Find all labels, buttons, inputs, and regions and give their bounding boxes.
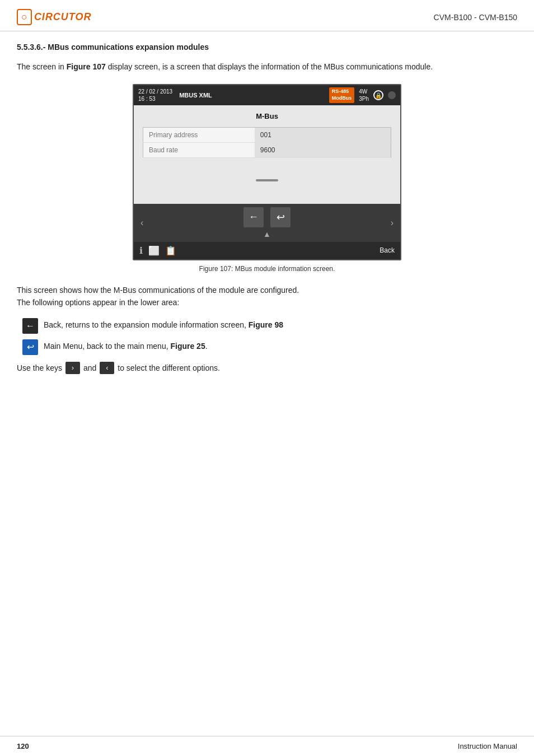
device-screen-wrapper: 22 / 02 / 2013 16 : 53 MBUS XML RS-485 M… (17, 84, 517, 260)
screen-section-title: M-Bus (143, 112, 391, 120)
page-footer: 120 Instruction Manual (0, 736, 534, 756)
label-primary-address: Primary address (143, 127, 255, 142)
nav-up-arrow[interactable]: ▲ (263, 230, 271, 239)
config-icon[interactable]: 📋 (165, 245, 176, 256)
logo-text: CIRCUTOR (34, 11, 92, 23)
nav-center: ← ↩ ▲ (243, 207, 291, 239)
menu-icon-square: ↩ (22, 339, 38, 355)
menu-icon-description: Main Menu, back to the main menu, Figure… (44, 339, 208, 352)
toolbar-back-label[interactable]: Back (380, 246, 395, 254)
screen-main-area: M-Bus Primary address 001 Baud rate 9600 (134, 105, 400, 204)
nav-right-arrow[interactable]: › (391, 218, 394, 228)
screen-data-table: Primary address 001 Baud rate 9600 (143, 127, 391, 158)
table-row: Primary address 001 (143, 127, 391, 142)
section-heading: 5.5.3.6.- MBus communications expansion … (17, 43, 517, 52)
screen-topbar: 22 / 02 / 2013 16 : 53 MBUS XML RS-485 M… (134, 85, 400, 105)
screen-scrollbar-area (143, 164, 391, 197)
screen-date: 22 / 02 / 2013 (138, 88, 172, 95)
lock-icon: 🔒 (373, 90, 383, 100)
main-content: 5.5.3.6.- MBus communications expansion … (0, 31, 534, 385)
screen-time: 16 : 53 (138, 95, 172, 102)
scroll-indicator (256, 179, 278, 181)
page-title: CVM-B100 - CVM-B150 (434, 13, 517, 22)
screen-icon[interactable]: ⬜ (148, 245, 160, 256)
value-baud-rate: 9600 (255, 142, 391, 157)
table-row: Baud rate 9600 (143, 142, 391, 157)
icon-desc-row-menu: ↩ Main Menu, back to the main menu, Figu… (22, 339, 517, 355)
screen-nav-bar: ‹ ← ↩ ▲ › (134, 204, 400, 242)
keys-and: and (83, 363, 96, 372)
info-icon[interactable]: ℹ (139, 245, 143, 256)
logo-icon: ○ (21, 11, 27, 22)
keys-text-suffix: to select the different options. (118, 363, 220, 372)
logo-box: ○ (17, 9, 32, 25)
figure-caption: Figure 107: MBus module information scre… (17, 265, 517, 273)
back-icon-description: Back, returns to the expansion module in… (44, 318, 283, 331)
icon-descriptions: ← Back, returns to the expansion module … (22, 318, 517, 355)
intro-text: The screen in Figure 107 display screen,… (17, 60, 517, 73)
key-right-button[interactable]: › (65, 362, 80, 374)
body-text-1: This screen shows how the M-Bus communic… (17, 284, 517, 309)
device-screen: 22 / 02 / 2013 16 : 53 MBUS XML RS-485 M… (133, 84, 401, 260)
footer-label: Instruction Manual (458, 742, 517, 750)
screen-badge: RS-485 ModBus (329, 87, 355, 102)
logo-area: ○ CIRCUTOR (17, 9, 92, 25)
page-header: ○ CIRCUTOR CVM-B100 - CVM-B150 (0, 0, 534, 31)
footer-page-number: 120 (17, 742, 29, 750)
icon-desc-row-back: ← Back, returns to the expansion module … (22, 318, 517, 334)
screen-mode: MBUS XML (179, 92, 212, 99)
label-baud-rate: Baud rate (143, 142, 255, 157)
nav-left-arrow[interactable]: ‹ (140, 218, 143, 228)
screen-toolbar: ℹ ⬜ 📋 Back (134, 242, 400, 259)
keys-text-prefix: Use the keys (17, 363, 62, 372)
status-dot (388, 91, 396, 99)
nav-back-button[interactable]: ← (243, 207, 264, 227)
screen-wph: 4W 3Ph (359, 88, 369, 102)
nav-center-buttons: ← ↩ (243, 207, 291, 227)
nav-menu-button[interactable]: ↩ (270, 207, 291, 227)
keys-usage-row: Use the keys › and ‹ to select the diffe… (17, 362, 517, 374)
screen-datetime: 22 / 02 / 2013 16 : 53 (138, 88, 172, 102)
value-primary-address: 001 (255, 127, 391, 142)
back-icon-square: ← (22, 318, 38, 334)
key-left-button[interactable]: ‹ (100, 362, 114, 374)
